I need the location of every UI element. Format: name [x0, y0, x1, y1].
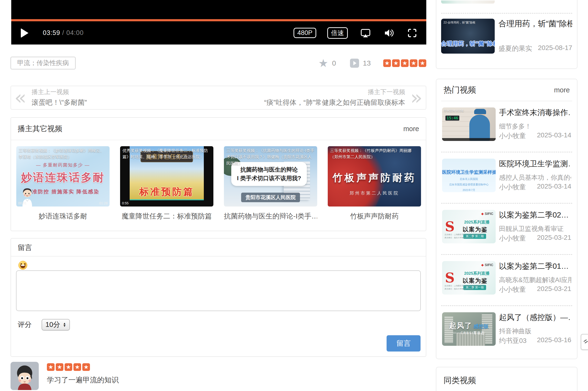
hot-video-item[interactable]: 手术室终末消毒 15:46 手术室终末消毒操作… 细节多多！ 小小牧童 2025…	[441, 101, 572, 152]
star-icon: ★	[82, 363, 90, 371]
prev-video-link[interactable]: « 播主上一视频 滚蛋吧！\"多耐菌”	[14, 88, 87, 107]
comment-textarea[interactable]	[16, 270, 421, 311]
video-card-title[interactable]: 抗菌药物与医生的辩论-I类手…	[224, 211, 317, 221]
emoji-picker-icon[interactable]	[18, 261, 27, 270]
date: 2025-03-14	[537, 131, 571, 140]
video-card-title[interactable]: 妙语连珠话多耐	[16, 211, 110, 221]
other-videos-list: 三等奖获奖视频：《妙语连珠话多耐》周峻云、李亚晗（东部战区空军医院） — 多重耐…	[11, 140, 426, 221]
submit-comment-button[interactable]: 留言	[387, 335, 420, 352]
hot-video-item[interactable]: S ◆ SIFIC 2025系列直播 以案为鉴 第二季 第一期 主办单位：上海斯…	[441, 254, 572, 305]
thumb-main-title: 以案为鉴	[463, 226, 488, 233]
hot-video-item[interactable]: 医院环境卫生学监测采样操作 启东市人民医院 启东市医院感染管理质量控制中心 20…	[441, 152, 572, 203]
other-video-card[interactable]: 魔童降世任务二 优秀奖获奖视频：《魔童降世任务二：标准预防篇》时培英、陈峥、李李…	[120, 146, 213, 221]
thumb-main-title: 妙语连珠话多耐	[16, 170, 110, 185]
thumb-live-label: 2025系列直播	[464, 219, 490, 225]
video-meta-row: 甲流；传染性疾病 ★ 0 13 ★ ★ ★ ★ ★	[10, 57, 426, 69]
other-videos-header: 播主其它视频 more	[11, 118, 426, 140]
video-player[interactable]: 03:59 / 04:00 480P 倍速	[11, 0, 426, 44]
duration: 04:00	[66, 29, 84, 36]
star-icon[interactable]: ★	[410, 59, 418, 67]
video-thumbnail[interactable]: 手术室终末消毒 15:46	[442, 107, 496, 141]
hot-video-subtitle: 抖音神曲版	[499, 327, 571, 335]
star-icon[interactable]: ★	[419, 59, 426, 67]
star-icon[interactable]: ★	[383, 59, 391, 67]
recommend-info: 合理用药，斩“菌”除根 盛夏的果实 2025-08-17	[499, 19, 572, 54]
star-icon: ★	[56, 363, 63, 371]
thumb-organizer-lines: 主办单位：上海斯菲克微生物应用技术研究中心 承办单位：复旦大学附属中山医院	[444, 233, 485, 240]
avatar	[10, 362, 39, 390]
hot-video-info: 手术室终末消毒操作… 细节多多！ 小小牧童 2025-03-14	[499, 107, 571, 141]
hot-video-item[interactable]: 起风了感控版 ——CRBSI零容忍 起风了（感控版）—… 抖音神曲版 约书亚03…	[441, 305, 572, 357]
other-video-card[interactable]: 三等奖获奖视频：《妙语连珠话多耐》周峻云、李亚晗（东部战区空军医院） — 多重耐…	[16, 146, 110, 221]
thumb-bottom-title: 标准预防篇	[120, 185, 213, 198]
comment-body: ★ ★ ★ ★ ★ 学习了一遍甲流的知识	[47, 362, 119, 390]
video-thumbnail[interactable]: 起风了感控版 ——CRBSI零容忍	[442, 312, 496, 346]
other-video-card[interactable]: 三等奖获奖视频：《竹板声声防耐药》周丽娜（郑州市第二人民医院） 竹板声声防耐药 …	[328, 146, 421, 221]
hot-video-title[interactable]: 起风了（感控版）—…	[499, 312, 571, 323]
hot-video-title[interactable]: 医院环境卫生学监测…	[499, 159, 571, 169]
thumb-line-2: 启东市医院感染管理质量控制中心	[442, 183, 496, 187]
video-stats: ★ 0 13 ★ ★ ★ ★ ★	[318, 58, 426, 68]
hot-video-info: 起风了（感控版）—… 抖音神曲版 约书亚03 2025-03-16	[499, 312, 571, 346]
author: 小小牧童	[499, 131, 526, 140]
hot-video-title[interactable]: 手术室终末消毒操作…	[499, 107, 571, 118]
hot-video-subtitle: 高晓东&范鹏超解读AI应用	[499, 276, 571, 284]
play-button[interactable]	[21, 28, 28, 38]
thumb-overlay-caption: 优秀奖获奖视频：《魔童降世任务二：标准预防篇》时培英、陈峥、李李等（河北燕达医院…	[122, 148, 211, 160]
hot-videos-more-link[interactable]: more	[554, 86, 570, 94]
speed-button[interactable]: 倍速	[327, 27, 348, 39]
video-thumbnail[interactable]: 魔童降世任务二 优秀奖获奖视频：《魔童降世任务二：标准预防篇》时培英、陈峥、李李…	[120, 146, 213, 206]
similar-videos-title: 同类视频	[436, 367, 577, 386]
sific-s-logo: S	[445, 270, 454, 286]
thumb-hospital-label: 贵阳市花溪区人民医院	[241, 193, 300, 202]
player-progress-bar[interactable]	[11, 19, 426, 21]
video-card-title[interactable]: 竹板声声防耐药	[328, 211, 421, 221]
next-video-link[interactable]: 播主下一视频 “痰”吐得体，“肺”常健康之如何正确留取痰标本 »	[264, 88, 422, 107]
recommend-item[interactable]: 22-合理用药，斩“菌”除根 合理用药，斩“菌”除根 合理用药，斩“菌”除根 盛…	[441, 19, 572, 54]
other-video-card[interactable]: 三等奖获奖视频：《抗菌药物与医生的辩论-I类手术切口该不该用我？》韩健梅（贵阳市…	[224, 146, 317, 221]
fullscreen-icon[interactable]	[407, 27, 418, 38]
hot-video-subtitle: 感控人员基本功，你真的会采	[499, 173, 571, 182]
video-thumbnail[interactable]: 三等奖获奖视频：《竹板声声防耐药》周丽娜（郑州市第二人民医院） 竹板声声防耐药 …	[328, 146, 421, 206]
hot-video-title[interactable]: 以案为鉴第二季02…	[499, 210, 571, 220]
hot-video-title[interactable]: 以案为鉴第二季01…	[499, 261, 571, 272]
select-stepper-icon: ▲▼	[63, 322, 66, 327]
recommend-title[interactable]: 合理用药，斩“菌”除根	[499, 19, 572, 28]
scroll-top-button[interactable]	[581, 334, 588, 350]
thumb-organizer-lines: 主办单位：上海斯菲克微生物应用技术研究中心 承办单位：复旦大学附属中山医院	[444, 284, 485, 291]
video-card-title[interactable]: 魔童降世任务二：标准预防篇	[120, 211, 213, 221]
prev-video-title: 滚蛋吧！\"多耐菌”	[32, 98, 87, 107]
video-thumbnail[interactable]: 22-合理用药，斩“菌”除根 合理用药，斩“菌”除根	[441, 19, 495, 54]
video-thumbnail[interactable]: S ◆ SIFIC 2025系列直播 以案为鉴 第二季 第二期 主办单位：上海斯…	[442, 210, 496, 243]
airplay-icon[interactable]	[360, 27, 371, 39]
thumb-caption: 22-合理用药，斩“菌”除根	[443, 21, 475, 25]
volume-icon[interactable]	[383, 27, 395, 39]
thumb-line-1: 启东市人民医院	[442, 177, 496, 181]
author: 小小牧童	[499, 234, 526, 243]
video-tag[interactable]: 甲流；传染性疾病	[10, 57, 76, 69]
thumb-main-title: 合理用药，斩“菌”除根	[441, 40, 495, 47]
thumb-overlay-caption: 三等奖获奖视频：《妙语连珠话多耐》周峻云、李亚晗（东部战区空军医院）	[19, 148, 107, 160]
video-thumbnail[interactable]: S ◆ SIFIC 2025系列直播 以案为鉴 第二季 第一期 主办单位：上海斯…	[442, 261, 496, 294]
video-thumbnail[interactable]: 三等奖获奖视频：《妙语连珠话多耐》周峻云、李亚晗（东部战区空军医院） — 多重耐…	[16, 146, 110, 206]
hot-video-subtitle: 田靓从卫监视角看审证	[499, 224, 571, 233]
date: 2025-03-14	[537, 183, 571, 192]
rating-select[interactable]: 10分 ▲▼	[42, 319, 70, 330]
video-rating-stars[interactable]: ★ ★ ★ ★ ★	[383, 59, 426, 67]
comment-text: 学习了一遍甲流的知识	[47, 375, 119, 385]
author: 小小牧童	[499, 183, 526, 192]
thumb-overlay-caption: 三等奖获奖视频：《抗菌药物与医生的辩论-I类手术切口该不该用我？》韩健梅（贵阳市…	[226, 148, 315, 167]
thumb-main-title: 起风了感控版	[442, 321, 496, 331]
video-thumbnail[interactable]: 三等奖获奖视频：《抗菌药物与医生的辩论-I类手术切口该不该用我？》韩健梅（贵阳市…	[224, 146, 317, 206]
star-icon[interactable]: ★	[401, 59, 409, 67]
hot-video-meta: 小小牧童 2025-03-21	[499, 234, 571, 243]
video-thumbnail[interactable]: 医院环境卫生学监测采样操作 启东市人民医院 启东市医院感染管理质量控制中心 20…	[442, 159, 496, 192]
hot-video-item[interactable]: S ◆ SIFIC 2025系列直播 以案为鉴 第二季 第二期 主办单位：上海斯…	[441, 203, 572, 254]
thumb-clock-display: 15:46	[445, 115, 459, 121]
favorite-star-icon[interactable]: ★	[318, 58, 328, 68]
quality-button[interactable]: 480P	[294, 28, 316, 38]
star-icon[interactable]: ★	[392, 59, 400, 67]
thumb-overlay-caption: 三等奖获奖视频：《竹板声声防耐药》周丽娜（郑州市第二人民医院）	[330, 148, 419, 160]
rating-select-value: 10分	[45, 320, 60, 329]
other-videos-more-link[interactable]: more	[403, 125, 419, 133]
